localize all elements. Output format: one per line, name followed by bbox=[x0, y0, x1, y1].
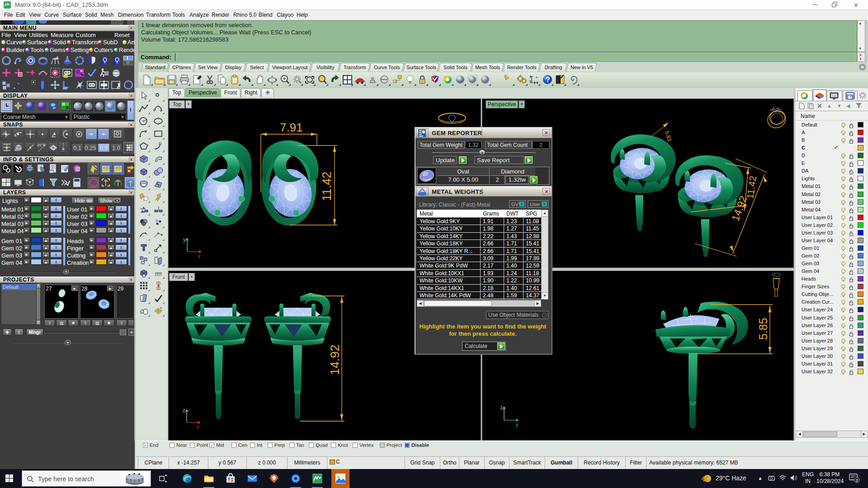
svg-text:4: 4 bbox=[56, 56, 58, 60]
svg-text:z: z bbox=[183, 407, 185, 413]
svg-text:z: z bbox=[500, 404, 503, 411]
svg-text:5.83: 5.83 bbox=[664, 130, 673, 142]
svg-text:+: + bbox=[19, 73, 21, 77]
svg-text:45°: 45° bbox=[37, 143, 42, 147]
svg-text:y: y bbox=[183, 236, 186, 243]
svg-text:x: x bbox=[197, 424, 199, 430]
svg-text:x: x bbox=[198, 253, 200, 259]
svg-text:5.85: 5.85 bbox=[757, 318, 769, 340]
svg-text:14.92: 14.92 bbox=[328, 344, 342, 375]
svg-text:7.91: 7.91 bbox=[280, 121, 303, 134]
svg-text:11.42: 11.42 bbox=[320, 171, 334, 201]
svg-text:?: ? bbox=[849, 95, 851, 99]
svg-text:y: y bbox=[516, 422, 519, 428]
svg-text:?: ? bbox=[546, 76, 550, 84]
